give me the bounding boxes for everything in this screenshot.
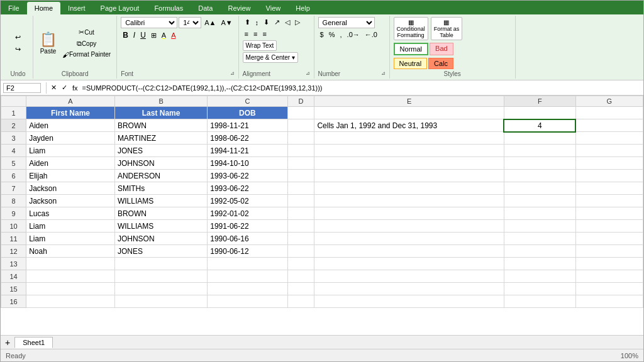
cell-f10[interactable] bbox=[504, 220, 575, 233]
row-header-2[interactable]: 2 bbox=[1, 119, 26, 132]
sheet-table-wrapper[interactable]: A B C D E F G 1 First Name Last Name bbox=[1, 96, 643, 335]
cell-e4[interactable] bbox=[314, 145, 504, 157]
cell-d11[interactable] bbox=[287, 233, 314, 245]
cell-a14[interactable] bbox=[26, 270, 115, 283]
cell-e11[interactable] bbox=[314, 233, 504, 245]
cell-d16[interactable] bbox=[287, 295, 314, 308]
cancel-formula-button[interactable]: ✕ bbox=[49, 83, 58, 92]
cell-g6[interactable] bbox=[575, 170, 643, 182]
cell-f5[interactable] bbox=[504, 157, 575, 170]
cell-b4[interactable]: JONES bbox=[114, 145, 207, 157]
italic-button[interactable]: I bbox=[131, 30, 137, 41]
cell-g10[interactable] bbox=[575, 220, 643, 233]
copy-button[interactable]: ⧉ Copy bbox=[60, 38, 113, 49]
cell-b12[interactable]: JONES bbox=[114, 245, 207, 258]
align-left-button[interactable]: ≡ bbox=[243, 29, 250, 39]
cell-g1[interactable] bbox=[575, 107, 643, 119]
cell-g13[interactable] bbox=[575, 258, 643, 270]
cell-a7[interactable]: Jackson bbox=[26, 182, 115, 195]
cell-f16[interactable] bbox=[504, 295, 575, 308]
number-format-select[interactable]: General bbox=[318, 17, 375, 28]
cell-d6[interactable] bbox=[287, 170, 314, 182]
percent-button[interactable]: % bbox=[327, 30, 337, 40]
cell-f9[interactable] bbox=[504, 207, 575, 220]
format-as-table-button[interactable]: ▦ Format as Table bbox=[431, 17, 463, 40]
cell-f6[interactable] bbox=[504, 170, 575, 182]
cell-e10[interactable] bbox=[314, 220, 504, 233]
cell-b15[interactable] bbox=[114, 283, 207, 295]
conditional-formatting-button[interactable]: ▦ Conditional Formatting bbox=[394, 17, 428, 40]
sheet-tab-1[interactable]: Sheet1 bbox=[14, 337, 53, 348]
cell-b7[interactable]: SMITHs bbox=[114, 182, 207, 195]
col-header-c[interactable]: C bbox=[208, 96, 287, 107]
row-header-12[interactable]: 12 bbox=[1, 245, 26, 258]
tab-review[interactable]: Review bbox=[220, 2, 258, 14]
cell-e3[interactable] bbox=[314, 132, 504, 145]
cell-d2[interactable] bbox=[287, 119, 314, 132]
cell-f3[interactable] bbox=[504, 132, 575, 145]
cell-f2[interactable]: 4 bbox=[504, 119, 575, 132]
cell-g5[interactable] bbox=[575, 157, 643, 170]
font-expand-icon[interactable]: ⊿ bbox=[230, 70, 235, 76]
cell-c10[interactable]: 1991-06-22 bbox=[208, 220, 287, 233]
cell-d14[interactable] bbox=[287, 270, 314, 283]
col-header-d[interactable]: D bbox=[287, 96, 314, 107]
cell-d10[interactable] bbox=[287, 220, 314, 233]
cell-f14[interactable] bbox=[504, 270, 575, 283]
row-header-11[interactable]: 11 bbox=[1, 233, 26, 245]
row-header-9[interactable]: 9 bbox=[1, 207, 26, 220]
cell-e13[interactable] bbox=[314, 258, 504, 270]
cell-b5[interactable]: JOHNSON bbox=[114, 157, 207, 170]
cell-b14[interactable] bbox=[114, 270, 207, 283]
cell-c7[interactable]: 1993-06-22 bbox=[208, 182, 287, 195]
align-center-button[interactable]: ≡ bbox=[252, 29, 259, 39]
style-neutral-box[interactable]: Neutral bbox=[394, 58, 427, 69]
cell-a16[interactable] bbox=[26, 295, 115, 308]
col-header-b[interactable]: B bbox=[114, 96, 207, 107]
cell-a6[interactable]: Elijah bbox=[26, 170, 115, 182]
align-bottom-button[interactable]: ⬇ bbox=[262, 17, 271, 28]
cell-g9[interactable] bbox=[575, 207, 643, 220]
tab-file[interactable]: File bbox=[1, 2, 27, 14]
formula-input[interactable] bbox=[82, 84, 641, 92]
col-header-a[interactable]: A bbox=[26, 96, 115, 107]
cell-g8[interactable] bbox=[575, 195, 643, 207]
row-header-3[interactable]: 3 bbox=[1, 132, 26, 145]
cell-c2[interactable]: 1998-11-21 bbox=[208, 119, 287, 132]
confirm-formula-button[interactable]: ✓ bbox=[60, 83, 69, 92]
cell-c16[interactable] bbox=[208, 295, 287, 308]
indent-decrease-button[interactable]: ◁ bbox=[283, 17, 292, 28]
cell-e6[interactable] bbox=[314, 170, 504, 182]
row-header-4[interactable]: 4 bbox=[1, 145, 26, 157]
cell-b8[interactable]: WILLIAMS bbox=[114, 195, 207, 207]
borders-button[interactable]: ⊞ bbox=[149, 30, 158, 41]
col-header-e[interactable]: E bbox=[314, 96, 504, 107]
tab-formulas[interactable]: Formulas bbox=[147, 2, 191, 14]
cell-f13[interactable] bbox=[504, 258, 575, 270]
cell-f8[interactable] bbox=[504, 195, 575, 207]
format-painter-button[interactable]: 🖌 Format Painter bbox=[60, 50, 113, 60]
cell-d4[interactable] bbox=[287, 145, 314, 157]
cell-a2[interactable]: Aiden bbox=[26, 119, 115, 132]
cell-a13[interactable] bbox=[26, 258, 115, 270]
text-rotate-button[interactable]: ↗ bbox=[272, 17, 282, 28]
cell-c4[interactable]: 1994-11-21 bbox=[208, 145, 287, 157]
style-bad-box[interactable]: Bad bbox=[430, 43, 453, 55]
cell-c13[interactable] bbox=[208, 258, 287, 270]
align-right-button[interactable]: ≡ bbox=[260, 29, 268, 39]
cell-g16[interactable] bbox=[575, 295, 643, 308]
cell-a11[interactable]: Liam bbox=[26, 233, 115, 245]
font-name-select[interactable]: Calibri bbox=[121, 17, 177, 28]
cell-b10[interactable]: WILLIAMS bbox=[114, 220, 207, 233]
cell-c14[interactable] bbox=[208, 270, 287, 283]
row-header-7[interactable]: 7 bbox=[1, 182, 26, 195]
tab-view[interactable]: View bbox=[258, 2, 289, 14]
paste-button[interactable]: 📋 Paste bbox=[37, 30, 59, 56]
font-color-button[interactable]: A bbox=[169, 30, 177, 40]
cell-e16[interactable] bbox=[314, 295, 504, 308]
number-expand-icon[interactable]: ⊿ bbox=[381, 70, 386, 76]
alignment-expand-icon[interactable]: ⊿ bbox=[306, 70, 310, 76]
cell-c6[interactable]: 1993-06-22 bbox=[208, 170, 287, 182]
cell-b1[interactable]: Last Name bbox=[114, 107, 207, 119]
cell-f1[interactable] bbox=[504, 107, 575, 119]
